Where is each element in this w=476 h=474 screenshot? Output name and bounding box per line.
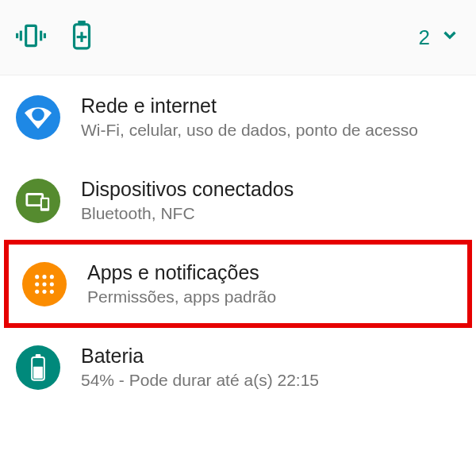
- svg-point-13: [35, 275, 39, 279]
- svg-point-16: [35, 282, 39, 286]
- settings-item-battery[interactable]: Bateria 54% - Pode durar até a(s) 22:15: [0, 326, 476, 409]
- item-title: Apps e notificações: [87, 261, 454, 284]
- svg-rect-10: [27, 194, 43, 205]
- apps-icon: [22, 262, 67, 306]
- svg-rect-6: [79, 21, 84, 25]
- item-title: Bateria: [81, 345, 460, 368]
- settings-item-network[interactable]: Rede e internet Wi-Fi, celular, uso de d…: [0, 75, 476, 159]
- chevron-down-icon: [440, 25, 460, 51]
- svg-point-20: [42, 289, 46, 293]
- svg-rect-23: [36, 354, 41, 357]
- status-bar: 2: [0, 0, 476, 75]
- svg-rect-12: [42, 198, 48, 207]
- status-icons-left: [16, 21, 94, 54]
- battery-icon: [16, 345, 60, 390]
- item-title: Dispositivos conectados: [81, 178, 460, 201]
- svg-point-17: [42, 282, 46, 286]
- item-subtitle: Wi-Fi, celular, uso de dados, ponto de a…: [81, 121, 460, 140]
- svg-point-14: [42, 275, 46, 279]
- svg-point-21: [50, 289, 54, 293]
- item-text: Bateria 54% - Pode durar até a(s) 22:15: [81, 345, 460, 390]
- count-badge: 2: [419, 25, 430, 50]
- vibrate-icon: [16, 21, 46, 54]
- item-text: Rede e internet Wi-Fi, celular, uso de d…: [81, 94, 460, 140]
- svg-point-15: [50, 275, 54, 279]
- item-subtitle: Permissões, apps padrão: [87, 287, 454, 306]
- item-title: Rede e internet: [81, 94, 460, 118]
- settings-list: Rede e internet Wi-Fi, celular, uso de d…: [0, 75, 476, 409]
- svg-rect-24: [33, 366, 43, 378]
- item-text: Dispositivos conectados Bluetooth, NFC: [81, 178, 460, 223]
- settings-item-apps[interactable]: Apps e notificações Permissões, apps pad…: [6, 242, 470, 326]
- status-right[interactable]: 2: [419, 25, 460, 51]
- svg-rect-0: [26, 25, 36, 45]
- svg-point-18: [50, 282, 54, 286]
- svg-point-19: [35, 289, 39, 293]
- item-text: Apps e notificações Permissões, apps pad…: [87, 261, 454, 306]
- battery-saver-icon: [70, 21, 94, 54]
- wifi-icon: [16, 95, 60, 140]
- svg-point-9: [32, 108, 44, 121]
- settings-item-devices[interactable]: Dispositivos conectados Bluetooth, NFC: [0, 159, 476, 242]
- item-subtitle: 54% - Pode durar até a(s) 22:15: [81, 371, 460, 390]
- item-subtitle: Bluetooth, NFC: [81, 204, 460, 223]
- devices-icon: [16, 179, 60, 223]
